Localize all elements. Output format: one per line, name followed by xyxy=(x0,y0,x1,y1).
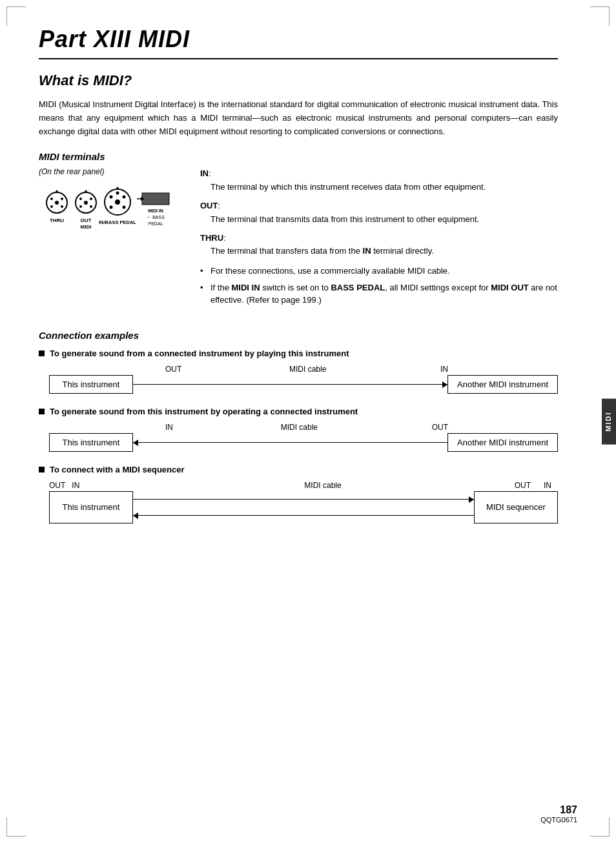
svg-point-12 xyxy=(79,198,82,200)
example-3-diagram: OUT IN MIDI cable OUT IN This instrument xyxy=(49,481,558,523)
example-1: To generate sound from a connected instr… xyxy=(39,349,558,394)
svg-point-11 xyxy=(84,201,88,205)
ex1-cable-label: MIDI cable xyxy=(169,365,447,374)
example-3: To connect with a MIDI sequencer OUT IN … xyxy=(39,465,558,523)
in-desc: IN: The terminal by which this instrumen… xyxy=(200,167,558,194)
svg-rect-27 xyxy=(142,193,169,205)
svg-point-5 xyxy=(61,198,63,200)
ex2-cable-label: MIDI cable xyxy=(160,423,438,432)
terminal-bullets: For these connections, use a commerciall… xyxy=(200,265,558,307)
terminals-heading: MIDI terminals xyxy=(39,151,558,162)
svg-text:PEDAL: PEDAL xyxy=(149,221,163,226)
ex2-left-box: This instrument xyxy=(49,433,133,452)
bullet-icon-3 xyxy=(39,467,45,472)
ex3-right-in-label: IN xyxy=(544,481,551,490)
rear-panel-label: (On the rear panel) xyxy=(39,167,181,176)
svg-point-25 xyxy=(116,192,119,195)
connector-diagram-svg: THRU OUT MIDI xyxy=(39,179,181,237)
svg-text:IN/BASS PEDAL: IN/BASS PEDAL xyxy=(99,219,136,225)
example-2-diagram: IN MIDI cable OUT This instrument Anothe… xyxy=(49,423,558,452)
svg-text:MIDI: MIDI xyxy=(81,224,92,230)
ex2-right-box: Another MIDI instrument xyxy=(447,433,558,452)
svg-text:OUT: OUT xyxy=(81,218,92,223)
terminals-layout: (On the rear panel) xyxy=(39,167,558,310)
ex1-left-port-label: OUT xyxy=(165,365,181,374)
svg-text:THRU: THRU xyxy=(50,218,64,223)
ex3-right-out-label: OUT xyxy=(515,481,531,490)
bullet-2: If the MIDI IN switch is set on to BASS … xyxy=(200,281,558,307)
svg-point-7 xyxy=(61,205,63,208)
ex2-right-port-label: OUT xyxy=(432,423,448,432)
ex3-left-in-label: IN xyxy=(72,481,79,490)
svg-point-20 xyxy=(115,199,120,205)
example-1-label: To generate sound from a connected instr… xyxy=(39,349,558,358)
ex1-left-box: This instrument xyxy=(49,375,133,394)
ex3-left-out-label: OUT xyxy=(49,481,65,490)
svg-point-4 xyxy=(50,198,53,200)
svg-point-15 xyxy=(90,205,92,208)
svg-point-14 xyxy=(79,205,82,208)
svg-point-3 xyxy=(55,201,59,205)
example-1-diagram: OUT MIDI cable IN This instrument Anothe… xyxy=(49,365,558,394)
svg-point-24 xyxy=(123,206,126,209)
ex3-left-box: This instrument xyxy=(49,491,133,523)
bullet-icon-2 xyxy=(39,409,45,414)
example-3-label: To connect with a MIDI sequencer xyxy=(39,465,558,474)
page-number: 187 QQTG0671 xyxy=(540,804,577,824)
connection-examples-section: Connection examples To generate sound fr… xyxy=(39,330,558,523)
ex3-cable-label: MIDI cable xyxy=(131,481,514,490)
example-2: To generate sound from this instrument b… xyxy=(39,407,558,452)
ex1-right-box: Another MIDI instrument xyxy=(447,375,558,394)
midi-terminals-section: MIDI terminals (On the rear panel) xyxy=(39,151,558,310)
terminals-right: IN: The terminal by which this instrumen… xyxy=(200,167,558,310)
connection-examples-heading: Connection examples xyxy=(39,330,558,341)
ex1-right-port-label: IN xyxy=(440,365,448,374)
out-desc: OUT: The terminal that transmits data fr… xyxy=(200,199,558,227)
svg-text:← BASS: ← BASS xyxy=(147,215,165,219)
thru-desc: THRU: The terminal that transfers data f… xyxy=(200,232,558,259)
part-divider xyxy=(39,58,558,59)
svg-point-6 xyxy=(50,205,53,208)
svg-point-23 xyxy=(110,206,113,209)
svg-point-22 xyxy=(123,196,126,199)
ex2-left-port-label: IN xyxy=(165,423,173,432)
svg-text:MIDI IN: MIDI IN xyxy=(148,208,163,213)
terminals-left: (On the rear panel) xyxy=(39,167,181,310)
bullet-icon-1 xyxy=(39,350,45,356)
intro-text: MIDI (Musical Instrument Digital Interfa… xyxy=(39,98,558,138)
example-2-label: To generate sound from this instrument b… xyxy=(39,407,558,416)
part-heading: Part XIII MIDI xyxy=(39,26,558,53)
ex3-right-box: MIDI sequencer xyxy=(474,491,558,523)
section-heading: What is MIDI? xyxy=(39,72,558,89)
svg-point-21 xyxy=(110,196,113,199)
svg-point-13 xyxy=(90,198,92,200)
bullet-1: For these connections, use a commerciall… xyxy=(200,265,558,278)
